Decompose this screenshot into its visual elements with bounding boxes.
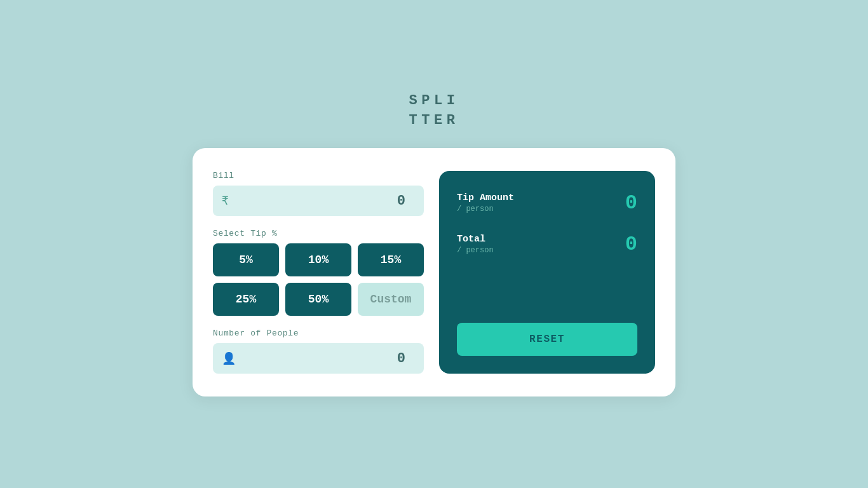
- total-value: 0: [625, 233, 637, 256]
- bill-label: Bill: [213, 171, 424, 180]
- tip-per-person-label: / person: [457, 205, 514, 214]
- tip-amount-labels: Tip Amount / person: [457, 193, 514, 214]
- title-line2: TTER: [409, 111, 459, 131]
- tip-10-button[interactable]: 10%: [285, 243, 351, 276]
- left-panel: Bill ₹ Select Tip % 5% 10% 15% 25% 50% C…: [213, 171, 424, 374]
- bill-section: Bill ₹: [213, 171, 424, 216]
- main-card: Bill ₹ Select Tip % 5% 10% 15% 25% 50% C…: [193, 148, 675, 396]
- tip-25-button[interactable]: 25%: [213, 283, 279, 316]
- people-section: Number of People 👤: [213, 329, 424, 374]
- bill-input-wrapper: ₹: [213, 186, 424, 216]
- tip-amount-label: Tip Amount: [457, 193, 514, 203]
- title-line1: SPLI: [409, 92, 459, 111]
- select-tip-label: Select Tip %: [213, 229, 424, 238]
- total-per-person-label: / person: [457, 246, 494, 255]
- tip-amount-row: Tip Amount / person 0: [457, 191, 637, 215]
- tip-amount-value: 0: [625, 191, 637, 215]
- total-row: Total / person 0: [457, 233, 637, 256]
- total-labels: Total / person: [457, 234, 494, 255]
- people-label: Number of People: [213, 329, 424, 338]
- tip-50-button[interactable]: 50%: [285, 283, 351, 316]
- people-input-wrapper: 👤: [213, 343, 424, 374]
- right-panel: Tip Amount / person 0 Total / person 0 R…: [439, 171, 655, 374]
- app-title: SPLI TTER: [409, 92, 459, 131]
- tip-custom-button[interactable]: Custom: [358, 283, 424, 316]
- reset-button[interactable]: RESET: [457, 323, 637, 356]
- total-label: Total: [457, 234, 494, 245]
- tip-buttons-grid: 5% 10% 15% 25% 50% Custom: [213, 243, 424, 316]
- tip-15-button[interactable]: 15%: [358, 243, 424, 276]
- tip-5-button[interactable]: 5%: [213, 243, 279, 276]
- person-icon: 👤: [222, 351, 236, 365]
- bill-input[interactable]: [234, 193, 415, 209]
- rupee-icon: ₹: [222, 194, 229, 208]
- tip-section: Select Tip % 5% 10% 15% 25% 50% Custom: [213, 229, 424, 316]
- people-input[interactable]: [236, 351, 415, 367]
